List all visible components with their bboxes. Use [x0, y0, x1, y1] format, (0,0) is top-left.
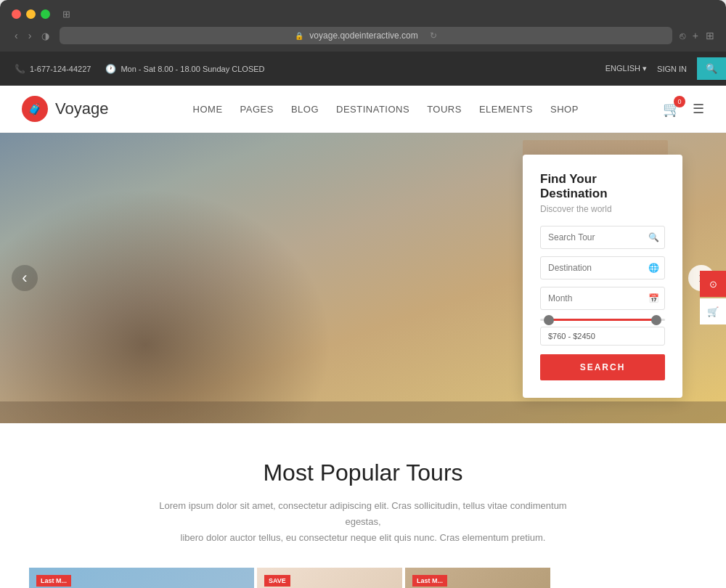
phone-number: 1-677-124-44227 [30, 65, 91, 73]
search-card: Find Your Destination Discover the world… [523, 155, 682, 398]
nav-shop[interactable]: SHOP [550, 104, 579, 115]
search-toggle-button[interactable]: 🔍 [697, 57, 726, 80]
clock-icon: 🕐 [105, 64, 116, 74]
tour-badge-3: Last M... [412, 575, 447, 587]
hours-info: 🕐 Mon - Sat 8.00 - 18.00 Sunday CLOSED [105, 64, 264, 74]
suitcase-icon: 🧳 [28, 102, 42, 116]
share-icon[interactable]: ⎋ [680, 30, 685, 41]
hero-ground [0, 401, 726, 423]
top-bar: 📞 1-677-124-44227 🕐 Mon - Sat 8.00 - 18.… [0, 52, 726, 86]
side-icons: ⊙ 🛒 [700, 271, 726, 326]
calendar-icon: 📅 [648, 293, 659, 303]
nav-tours[interactable]: TOURS [427, 104, 462, 115]
language-text: ENGLISH [605, 64, 640, 73]
destination-group: 🌐 [540, 256, 665, 279]
browser-nav: ‹ › [12, 28, 34, 43]
site-header: 🧳 Voyage HOME PAGES BLOG DESTINATIONS TO… [0, 86, 726, 133]
section-title: Most Popular Tours [29, 460, 697, 486]
hero-prev-button[interactable]: ‹ [12, 265, 38, 291]
side-cart-icon-glyph: 🛒 [707, 306, 719, 317]
tour-card-1[interactable]: Last M... The Venice Experience [29, 568, 254, 588]
forward-button[interactable]: › [25, 28, 35, 43]
tour-card-2[interactable]: SAVE [257, 568, 402, 588]
month-group: 📅 [540, 287, 665, 310]
slider-track [540, 319, 665, 321]
camera-icon: ⊙ [709, 279, 717, 290]
lock-icon: 🔒 [295, 32, 303, 40]
nav-elements[interactable]: ELEMENTS [479, 104, 533, 115]
slider-thumb-left[interactable] [544, 315, 554, 325]
cart-badge: 0 [674, 96, 685, 107]
browser-traffic-lights: ⊞ [12, 9, 714, 20]
section-description: Lorem ipsum dolor sit amet, consectetur … [145, 498, 581, 546]
new-tab-icon[interactable]: + [693, 30, 698, 41]
header-actions: 🛒 0 ☰ [663, 100, 704, 118]
close-button[interactable] [12, 9, 21, 19]
nav-blog[interactable]: BLOG [291, 104, 319, 115]
search-card-subtitle: Discover the world [540, 204, 665, 214]
search-card-title: Find Your Destination [540, 172, 665, 201]
logo-text: Voyage [55, 99, 108, 118]
logo-icon: 🧳 [22, 96, 48, 122]
month-input[interactable] [540, 287, 665, 310]
nav-home[interactable]: HOME [193, 104, 223, 115]
hero-figure-group [0, 162, 363, 423]
menu-button[interactable]: ☰ [693, 101, 704, 117]
url-text: voyage.qodeinteractive.com [309, 30, 417, 41]
tour-card-3[interactable]: Last M... [405, 568, 550, 588]
globe-icon: 🌐 [648, 263, 659, 273]
slider-fill [547, 319, 659, 321]
main-nav: HOME PAGES BLOG DESTINATIONS TOURS ELEME… [193, 104, 579, 115]
brightness-icon: ◑ [41, 30, 49, 41]
tour-search-group: 🔍 [540, 226, 665, 249]
nav-pages[interactable]: PAGES [240, 104, 274, 115]
signin-link[interactable]: SIGN IN [657, 65, 687, 73]
browser-actions: ⎋ + ⊞ [680, 30, 714, 41]
hours-text: Mon - Sat 8.00 - 18.00 Sunday CLOSED [121, 65, 264, 73]
tour-search-input[interactable] [540, 226, 665, 249]
tour-cards-container: Last M... The Venice Experience SAVE Las… [29, 568, 697, 588]
extensions-icon[interactable]: ⊞ [706, 30, 714, 41]
minimize-button[interactable] [26, 9, 36, 19]
search-button[interactable]: SEARCH [540, 354, 665, 380]
chevron-down-icon: ▾ [643, 64, 647, 73]
browser-window: ⊞ ‹ › ◑ 🔒 voyage.qodeinteractive.com ↻ ⎋… [0, 0, 726, 52]
window-grid-icon: ⊞ [62, 9, 70, 20]
tour-badge-2: SAVE [264, 575, 290, 587]
top-bar-left: 📞 1-677-124-44227 🕐 Mon - Sat 8.00 - 18.… [15, 64, 265, 74]
top-bar-right: ENGLISH ▾ SIGN IN 🔍 [605, 57, 711, 80]
popular-tours-section: Most Popular Tours Lorem ipsum dolor sit… [0, 423, 726, 588]
back-button[interactable]: ‹ [12, 28, 21, 43]
language-selector[interactable]: ENGLISH ▾ [605, 64, 647, 73]
side-cart-icon[interactable]: 🛒 [700, 298, 726, 324]
maximize-button[interactable] [41, 9, 50, 19]
reload-icon[interactable]: ↻ [430, 30, 437, 41]
browser-toolbar: ‹ › ◑ 🔒 voyage.qodeinteractive.com ↻ ⎋ +… [12, 27, 714, 52]
destination-input[interactable] [540, 256, 665, 279]
price-slider[interactable] [540, 319, 665, 321]
search-icon: 🔍 [706, 63, 717, 74]
tour-badge-1: Last M... [36, 575, 71, 587]
logo[interactable]: 🧳 Voyage [22, 96, 108, 122]
slider-thumb-right[interactable] [651, 315, 661, 325]
price-range-display: $760 - $2450 [540, 327, 665, 346]
chevron-left-icon: ‹ [22, 269, 27, 287]
side-camera-icon[interactable]: ⊙ [700, 271, 726, 297]
hero-section: ‹ › Find Your Destination Discover the w… [0, 133, 726, 423]
search-field-icon: 🔍 [648, 232, 659, 242]
phone-info: 📞 1-677-124-44227 [15, 64, 91, 74]
phone-icon: 📞 [15, 64, 25, 74]
address-bar[interactable]: 🔒 voyage.qodeinteractive.com ↻ [60, 27, 672, 44]
cart-button[interactable]: 🛒 0 [663, 100, 681, 118]
nav-destinations[interactable]: DESTINATIONS [336, 104, 409, 115]
